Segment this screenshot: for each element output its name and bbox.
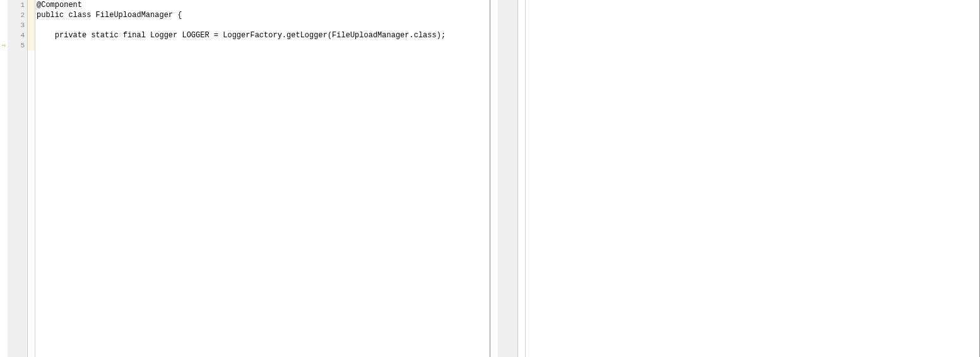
code-area-right[interactable] bbox=[526, 0, 980, 357]
fold-column-right[interactable] bbox=[518, 0, 526, 357]
diff-marker bbox=[0, 10, 8, 20]
diff-marker bbox=[0, 20, 8, 30]
line-number[interactable]: 3 bbox=[8, 20, 27, 30]
fold-gutter-cell[interactable] bbox=[28, 30, 35, 40]
diff-marker bbox=[0, 0, 8, 10]
arrow-right-icon: ⇨ bbox=[2, 41, 6, 51]
diff-marker bbox=[0, 30, 8, 40]
code-line[interactable]: public class FileUploadManager { bbox=[35, 10, 490, 20]
fold-column-left[interactable] bbox=[28, 0, 35, 357]
code-line[interactable]: private static final Logger LOGGER = Log… bbox=[35, 30, 490, 40]
line-number[interactable]: 4 bbox=[8, 30, 27, 40]
gutter-left[interactable]: 12345 bbox=[8, 0, 28, 357]
code-line[interactable] bbox=[35, 20, 490, 30]
diff-marker: ⇨ bbox=[0, 40, 8, 51]
code-line[interactable]: @Component bbox=[35, 0, 490, 10]
fold-gutter-cell[interactable] bbox=[28, 10, 35, 20]
code-area-left[interactable]: @Componentpublic class FileUploadManager… bbox=[35, 0, 490, 357]
line-number[interactable]: 5 bbox=[8, 40, 27, 51]
right-diff-pane[interactable] bbox=[490, 0, 981, 357]
line-number[interactable]: 2 bbox=[8, 10, 27, 20]
line-number[interactable]: 1 bbox=[8, 0, 27, 10]
marker-column-left: ⇨ bbox=[0, 0, 8, 357]
left-diff-pane[interactable]: ⇨ 12345 @Componentpublic class FileUploa… bbox=[0, 0, 490, 357]
fold-gutter-cell[interactable] bbox=[28, 40, 35, 51]
fold-gutter-cell[interactable] bbox=[28, 20, 35, 30]
fold-gutter-cell[interactable] bbox=[28, 0, 35, 10]
marker-column-right bbox=[490, 0, 498, 357]
gutter-right[interactable] bbox=[498, 0, 518, 357]
